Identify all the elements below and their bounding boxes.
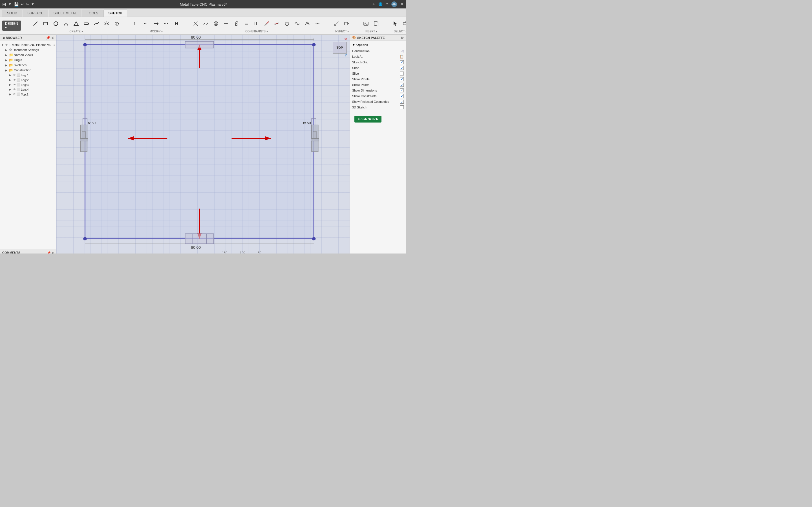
cube-face[interactable]: TOP [333,42,347,54]
move-btn[interactable] [172,18,181,29]
comments-pin-icon[interactable]: 📌 [47,251,50,254]
spline-btn[interactable] [92,18,101,29]
sketch-grid-checkbox[interactable] [400,60,404,64]
redo-icon[interactable]: ↪ [26,2,29,6]
select-more-btn[interactable] [401,18,406,29]
extend-btn[interactable] [152,18,161,29]
design-button[interactable]: DESIGN ▾ [2,20,21,31]
circle-btn[interactable] [51,18,60,29]
leg2-eye-icon[interactable]: 👁 [13,78,16,81]
show-profile-checkbox[interactable] [400,77,404,81]
finish-sketch-palette-btn[interactable]: Finish Sketch [354,116,382,122]
help-icon[interactable]: ? [386,2,388,6]
inspect-more-btn[interactable] [342,18,351,29]
insert-label[interactable]: INSERT ▾ [365,30,377,33]
insert-dxf-btn[interactable] [371,18,380,29]
tab-surface[interactable]: SURFACE [22,10,48,17]
fix-btn[interactable] [232,18,241,29]
break-btn[interactable] [162,18,171,29]
look-at-icon[interactable]: 📋 [400,55,404,59]
slice-checkbox[interactable] [400,71,404,75]
concentric-btn[interactable] [211,18,220,29]
leg3-arrow-icon[interactable]: ▶ [9,83,12,86]
tab-sketch[interactable]: SKETCH [103,10,127,17]
tangent-btn[interactable] [283,18,292,29]
tree-item-leg3[interactable]: ▶ 👁 ⬜ Leg:3 [0,82,56,87]
create-label[interactable]: CREATE ▾ [69,30,83,33]
tree-item-leg2[interactable]: ▶ 👁 ⬜ Leg:2 [0,77,56,82]
tree-item-root[interactable]: ▼ 👁 ⊡ Metal Table CNC Plasma v6 ● [0,42,56,47]
origin-arrow-icon[interactable]: ▶ [5,59,8,62]
browser-arrow-icon[interactable]: ◀ [2,36,4,40]
browser-pin-icon[interactable]: 📌 [46,36,50,40]
show-dimensions-checkbox[interactable] [400,89,404,93]
more-constraints-btn[interactable] [313,18,322,29]
tree-item-construction[interactable]: ▶ 📂 Construction [0,68,56,73]
leg4-eye-icon[interactable]: 👁 [13,88,16,91]
top1-arrow-icon[interactable]: ▶ [9,93,12,96]
canvas-area[interactable]: 80.00 fx 50 fx 50 80.00 [56,35,350,253]
show-projected-checkbox[interactable] [400,100,404,104]
insert-image-btn[interactable] [361,18,370,29]
constraints-label[interactable]: CONSTRAINTS ▾ [245,30,267,33]
view-cube[interactable]: ✕ TOP Y [330,38,347,57]
root-arrow-icon[interactable]: ▼ [1,43,4,47]
project-btn[interactable] [112,18,121,29]
tab-sheet-metal[interactable]: SHEET METAL [49,10,82,17]
globe-icon[interactable]: 🌐 [378,2,383,6]
top1-eye-icon[interactable]: 👁 [13,93,16,96]
snap-checkbox[interactable] [400,66,404,70]
leg1-arrow-icon[interactable]: ▶ [9,73,12,76]
tree-item-leg1[interactable]: ▶ 👁 ⬜ Leg:1 [0,73,56,77]
coincident-btn[interactable] [191,18,200,29]
more-icon[interactable]: ▼ [31,2,35,6]
leg1-eye-icon[interactable]: 👁 [13,73,16,76]
doc-settings-arrow-icon[interactable]: ▶ [5,48,8,52]
root-eye-icon[interactable]: 👁 [5,43,8,47]
rectangle-btn[interactable] [41,18,50,29]
leg2-arrow-icon[interactable]: ▶ [9,78,12,81]
parallel-btn[interactable] [252,18,261,29]
select-label[interactable]: SELECT ▾ [394,30,406,33]
browser-expand-icon[interactable]: ◁ [51,36,54,40]
polygon-btn[interactable] [71,18,81,29]
trim-btn[interactable] [142,18,151,29]
3d-sketch-checkbox[interactable] [400,105,404,109]
comments-expand-icon[interactable]: ◁ [52,251,54,254]
user-icon[interactable]: AE [391,1,397,7]
smooth-btn[interactable] [293,18,302,29]
mirror-btn[interactable] [102,18,111,29]
inspect-label[interactable]: INSPECT ▾ [335,30,349,33]
slot-btn[interactable] [82,18,91,29]
leg4-arrow-icon[interactable]: ▶ [9,88,12,91]
show-points-checkbox[interactable] [400,83,404,87]
modify-label[interactable]: MODIFY ▾ [150,30,163,33]
undo-icon[interactable]: ↩ [21,2,24,6]
construction-icon[interactable]: ◁ [401,49,404,53]
tab-solid[interactable]: SOLID [2,10,22,17]
tree-item-origin[interactable]: ▶ 📂 Origin [0,57,56,62]
equal-btn[interactable] [242,18,251,29]
tree-item-top1[interactable]: ▶ 👁 ⬜ Top:1 [0,92,56,97]
construction-arrow-icon[interactable]: ▶ [5,69,8,72]
close-icon[interactable]: ✕ [400,2,404,6]
options-section[interactable]: ▼ Options [352,43,404,47]
perpendicular-btn[interactable] [262,18,271,29]
sketches-arrow-icon[interactable]: ▶ [5,64,8,67]
tab-tools[interactable]: TOOLS [82,10,103,17]
show-constraints-checkbox[interactable] [400,94,404,98]
arc-btn[interactable] [61,18,70,29]
horizontal-btn[interactable] [272,18,282,29]
line-btn[interactable] [31,18,40,29]
tree-item-sketches[interactable]: ▶ 📂 Sketches [0,62,56,68]
tree-item-doc-settings[interactable]: ▶ ⚙ Document Settings [0,47,56,52]
collinear-btn[interactable] [201,18,210,29]
app-menu-icon[interactable]: ▼ [8,2,11,6]
plus-icon[interactable]: + [372,2,375,7]
select-btn[interactable] [391,18,400,29]
measure-btn[interactable] [332,18,341,29]
tree-item-leg4[interactable]: ▶ 👁 ⬜ Leg:4 [0,87,56,92]
symmetric-btn[interactable] [303,18,312,29]
named-views-arrow-icon[interactable]: ▶ [5,54,8,57]
palette-expand-icon[interactable]: ▷ [402,36,404,39]
